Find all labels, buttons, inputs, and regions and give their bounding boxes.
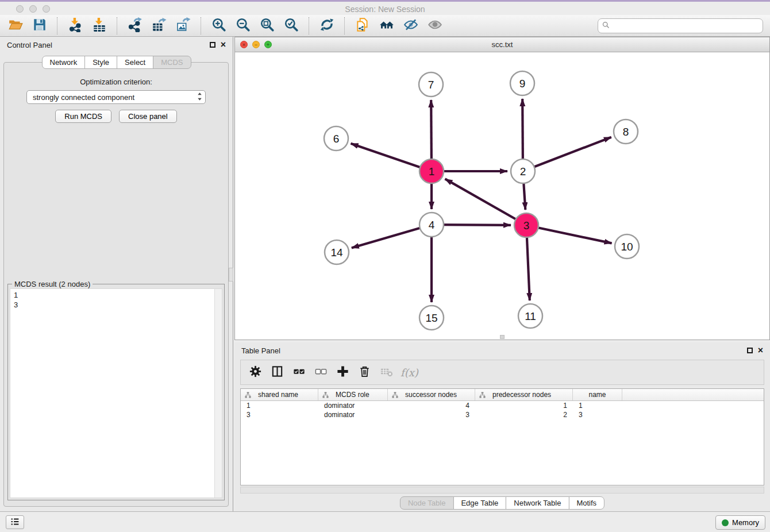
graph-node-8[interactable]: 8: [614, 119, 638, 144]
column-header-shared-name[interactable]: shared name: [241, 389, 318, 400]
graph-node-7[interactable]: 7: [419, 72, 443, 97]
graph-node-11[interactable]: 11: [518, 304, 542, 328]
mcds-result-area[interactable]: 13: [10, 288, 222, 498]
table-panel-close-button[interactable]: ×: [758, 346, 763, 355]
svg-text:10: 10: [621, 241, 633, 253]
export-image-button[interactable]: [173, 17, 194, 35]
svg-text:9: 9: [519, 78, 526, 90]
export-network-icon: [128, 17, 143, 34]
network-window-minimize-button[interactable]: −: [252, 41, 260, 48]
panel-splitter-handle[interactable]: [229, 268, 233, 282]
delete-column-button[interactable]: [355, 363, 374, 382]
tab-network-table[interactable]: Network Table: [506, 496, 569, 510]
graph-node-15[interactable]: 15: [419, 306, 444, 330]
graph-node-10[interactable]: 10: [615, 234, 639, 259]
table-cell[interactable]: 3: [573, 410, 622, 419]
tab-edge-table[interactable]: Edge Table: [453, 496, 506, 510]
zoom-selected-button[interactable]: [281, 17, 302, 35]
network-window-close-button[interactable]: ×: [240, 41, 248, 48]
control-panel-close-button[interactable]: ×: [221, 41, 226, 49]
table-body: 1dominator4113dominator323: [241, 401, 764, 419]
svg-text:8: 8: [623, 126, 629, 138]
show-panel-eye-button[interactable]: [425, 17, 445, 35]
import-network-button[interactable]: [65, 17, 86, 35]
select-all-button[interactable]: [289, 363, 309, 382]
result-scrollbar[interactable]: [214, 289, 222, 498]
mcds-result-lines: 13: [10, 289, 214, 498]
refresh-layout-button[interactable]: [317, 17, 337, 35]
network-window-resize-grip[interactable]: [500, 335, 505, 339]
dropdown-stepper-icon: [197, 91, 203, 103]
edge-3-to-10[interactable]: [526, 225, 612, 243]
memory-button[interactable]: Memory: [715, 515, 765, 530]
column-header-MCDS-role[interactable]: MCDS role: [318, 389, 388, 400]
graph-node-4[interactable]: 4: [419, 213, 444, 237]
tab-select[interactable]: Select: [117, 56, 153, 69]
table-panel-float-button[interactable]: [747, 346, 753, 355]
table-cell[interactable]: dominator: [318, 401, 388, 410]
network-title: scc.txt: [235, 40, 769, 49]
settings-gear-button[interactable]: [245, 363, 265, 382]
table-cell[interactable]: 1: [573, 401, 622, 410]
close-panel-button[interactable]: Close panel: [119, 110, 177, 123]
table-row-1[interactable]: 1dominator411: [241, 401, 764, 410]
network-window-titlebar[interactable]: ×−+ scc.txt: [235, 37, 769, 52]
export-network-button[interactable]: [125, 17, 145, 35]
search-box[interactable]: [598, 18, 763, 33]
toolbar-separator: [309, 17, 310, 34]
table-horizontal-scrollbar[interactable]: [240, 487, 764, 494]
table-cell[interactable]: 1: [241, 401, 318, 410]
zoom-fit-button[interactable]: [257, 17, 278, 35]
task-history-button[interactable]: [6, 515, 24, 529]
edge-1-to-6[interactable]: [351, 144, 432, 171]
network-window-zoom-button[interactable]: +: [264, 41, 272, 48]
graph-node-9[interactable]: 9: [510, 71, 534, 95]
deselect-all-button[interactable]: [311, 363, 330, 382]
tab-network[interactable]: Network: [41, 56, 85, 69]
network-graph-canvas[interactable]: 7968124314101511: [235, 52, 769, 340]
graph-node-2[interactable]: 2: [511, 159, 535, 183]
column-header-predecessor-nodes[interactable]: predecessor nodes: [475, 389, 573, 400]
search-input[interactable]: [613, 21, 759, 30]
save-session-button[interactable]: [29, 17, 50, 35]
add-column-button[interactable]: [333, 363, 352, 382]
table-cell[interactable]: dominator: [318, 410, 388, 419]
tab-mcds[interactable]: MCDS: [153, 56, 191, 69]
column-layout-icon: [271, 365, 284, 380]
criterion-dropdown[interactable]: strongly connected component: [26, 90, 206, 104]
column-header-successor-nodes[interactable]: successor nodes: [388, 389, 475, 400]
show-panel-eye-icon: [428, 17, 442, 34]
svg-text:14: 14: [330, 246, 343, 259]
edge-3-to-1[interactable]: [445, 179, 527, 225]
open-file-button[interactable]: [5, 17, 26, 35]
zoom-out-button[interactable]: [233, 17, 253, 35]
table-cell[interactable]: 4: [388, 401, 475, 410]
graph-node-6[interactable]: 6: [324, 126, 348, 151]
tab-style[interactable]: Style: [84, 56, 117, 69]
table-row-2[interactable]: 3dominator323: [241, 410, 764, 419]
control-panel: Control Panel × NetworkStyleSelectMCDS O…: [0, 37, 233, 511]
home-view-button[interactable]: [376, 17, 397, 35]
tab-motifs[interactable]: Motifs: [568, 496, 605, 510]
mcds-result-box: MCDS result (2 nodes) 13: [7, 284, 225, 500]
import-table-button[interactable]: [89, 17, 110, 35]
zoom-in-button[interactable]: [209, 17, 229, 35]
table-cell[interactable]: 1: [475, 401, 573, 410]
graph-node-1[interactable]: 1: [419, 159, 444, 183]
table-cell[interactable]: 2: [475, 410, 573, 419]
tab-node-table[interactable]: Node Table: [400, 496, 454, 510]
memory-status-icon: [722, 519, 729, 526]
table-cell[interactable]: 3: [241, 410, 318, 419]
edge-2-to-8[interactable]: [523, 137, 611, 171]
graph-node-14[interactable]: 14: [325, 240, 349, 264]
graph-node-3[interactable]: 3: [514, 213, 538, 237]
duplicate-network-button[interactable]: [352, 17, 373, 35]
export-table-button[interactable]: [149, 17, 170, 35]
app-titlebar: Session: New Session: [0, 0, 770, 15]
column-layout-button[interactable]: [267, 363, 287, 382]
run-mcds-button[interactable]: Run MCDS: [55, 110, 111, 123]
table-cell[interactable]: 3: [388, 410, 475, 419]
column-header-name[interactable]: name: [573, 389, 622, 400]
control-panel-float-button[interactable]: [210, 41, 215, 49]
hide-panel-eye-button[interactable]: [401, 17, 421, 35]
